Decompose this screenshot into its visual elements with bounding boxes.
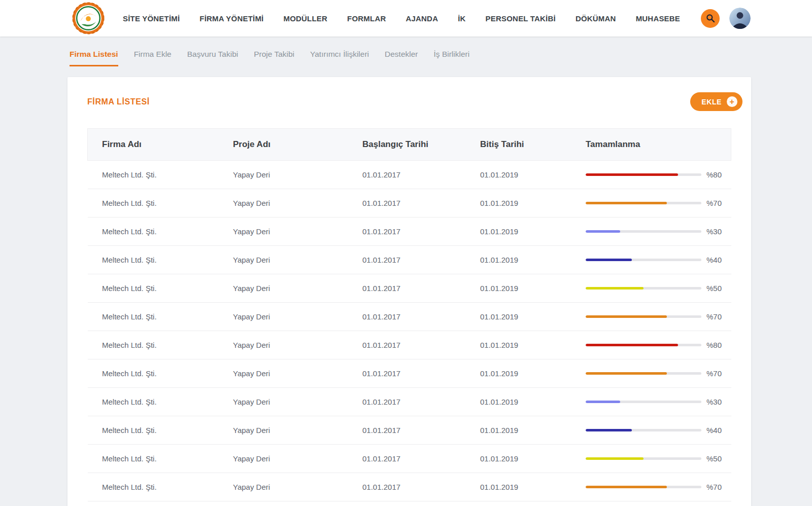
tab-item[interactable]: Yatırımcı İlişkileri xyxy=(310,50,369,66)
column-header: Firma Adı xyxy=(88,139,233,150)
nav-item[interactable]: FORMLAR xyxy=(347,14,386,23)
progress-track xyxy=(586,202,701,204)
progress-fill xyxy=(586,287,644,290)
nav-item[interactable]: İK xyxy=(458,14,465,23)
main-nav: SİTE YÖNETİMİFİRMA YÖNETİMİMODÜLLERFORML… xyxy=(123,14,680,23)
table-row[interactable]: Meltech Ltd. Şti. Yapay Deri 01.01.2017 … xyxy=(88,416,731,445)
progress-cell: %40 xyxy=(586,256,734,264)
baslangic-cell: 01.01.2017 xyxy=(362,341,480,349)
table-row[interactable]: Meltech Ltd. Şti. Yapay Deri 01.01.2017 … xyxy=(88,359,731,388)
table-row[interactable]: Meltech Ltd. Şti. Yapay Deri 01.01.2017 … xyxy=(88,189,731,218)
table-row[interactable]: Meltech Ltd. Şti. Yapay Deri 01.01.2017 … xyxy=(88,445,731,473)
progress-label: %70 xyxy=(701,199,722,207)
card-header: FİRMA LİSTESİ EKLE + xyxy=(67,77,751,128)
progress-cell: %70 xyxy=(586,199,734,207)
tab-item[interactable]: Destekler xyxy=(385,50,418,66)
add-button[interactable]: EKLE + xyxy=(690,92,742,111)
tab-item[interactable]: Başvuru Takibi xyxy=(187,50,239,66)
bitis-cell: 01.01.2019 xyxy=(480,284,586,293)
progress-track xyxy=(586,401,701,403)
table-row[interactable]: Meltech Ltd. Şti. Yapay Deri 01.01.2017 … xyxy=(88,473,731,501)
tab-item[interactable]: Firma Ekle xyxy=(134,50,172,66)
progress-track xyxy=(586,259,701,261)
baslangic-cell: 01.01.2017 xyxy=(362,284,480,293)
company-logo[interactable] xyxy=(71,1,106,35)
progress-fill xyxy=(586,372,667,375)
progress-track xyxy=(586,287,701,290)
progress-fill xyxy=(586,344,678,346)
progress-fill xyxy=(586,315,667,318)
progress-label: %50 xyxy=(701,284,722,293)
column-header: Bitiş Tarihi xyxy=(480,139,586,150)
progress-track xyxy=(586,457,701,460)
table-row[interactable]: Meltech Ltd. Şti. Yapay Deri 01.01.2017 … xyxy=(88,303,731,331)
progress-cell: %50 xyxy=(586,284,734,293)
nav-item[interactable]: PERSONEL TAKİBİ xyxy=(486,14,556,23)
progress-cell: %30 xyxy=(586,397,734,406)
firma-table: Firma AdıProje AdıBaşlangıç TarihiBitiş … xyxy=(87,128,731,501)
progress-cell: %40 xyxy=(586,426,734,435)
progress-label: %40 xyxy=(701,256,722,264)
progress-fill xyxy=(586,457,644,460)
progress-label: %70 xyxy=(701,369,722,378)
nav-item[interactable]: SİTE YÖNETİMİ xyxy=(123,14,180,23)
table-body: Meltech Ltd. Şti. Yapay Deri 01.01.2017 … xyxy=(87,161,731,501)
column-header: Başlangıç Tarihi xyxy=(362,139,480,150)
table-row[interactable]: Meltech Ltd. Şti. Yapay Deri 01.01.2017 … xyxy=(88,388,731,416)
table-row[interactable]: Meltech Ltd. Şti. Yapay Deri 01.01.2017 … xyxy=(88,331,731,359)
progress-label: %80 xyxy=(701,170,722,179)
table-row[interactable]: Meltech Ltd. Şti. Yapay Deri 01.01.2017 … xyxy=(88,161,731,189)
nav-item[interactable]: DÖKÜMAN xyxy=(576,14,616,23)
progress-fill xyxy=(586,259,632,261)
bitis-cell: 01.01.2019 xyxy=(480,227,586,236)
proje-cell: Yapay Deri xyxy=(233,312,362,321)
nav-item[interactable]: MUHASEBE xyxy=(636,14,680,23)
progress-cell: %70 xyxy=(586,312,734,321)
firma-cell: Meltech Ltd. Şti. xyxy=(88,284,233,293)
table-row[interactable]: Meltech Ltd. Şti. Yapay Deri 01.01.2017 … xyxy=(88,274,731,303)
table-row[interactable]: Meltech Ltd. Şti. Yapay Deri 01.01.2017 … xyxy=(88,246,731,274)
progress-track xyxy=(586,315,701,318)
proje-cell: Yapay Deri xyxy=(233,199,362,207)
nav-item[interactable]: MODÜLLER xyxy=(283,14,327,23)
progress-cell: %70 xyxy=(586,369,734,378)
firma-cell: Meltech Ltd. Şti. xyxy=(88,369,233,378)
progress-fill xyxy=(586,230,620,233)
nav-item[interactable]: AJANDA xyxy=(405,14,438,23)
progress-label: %40 xyxy=(701,426,722,435)
column-header: Proje Adı xyxy=(233,139,362,150)
bitis-cell: 01.01.2019 xyxy=(480,256,586,264)
progress-cell: %70 xyxy=(586,483,734,491)
nav-item[interactable]: FİRMA YÖNETİMİ xyxy=(199,14,263,23)
search-button[interactable] xyxy=(701,9,720,28)
tab-item[interactable]: Firma Listesi xyxy=(70,50,118,66)
column-header: Tamamlanma xyxy=(586,139,731,150)
baslangic-cell: 01.01.2017 xyxy=(362,454,480,463)
tab-item[interactable]: İş Birlikleri xyxy=(434,50,470,66)
bitis-cell: 01.01.2019 xyxy=(480,369,586,378)
progress-fill xyxy=(586,401,620,403)
page-title: FİRMA LİSTESİ xyxy=(87,97,150,106)
proje-cell: Yapay Deri xyxy=(233,341,362,349)
progress-cell: %80 xyxy=(586,170,734,179)
progress-label: %30 xyxy=(701,227,722,236)
progress-track xyxy=(586,429,701,431)
topbar-right xyxy=(701,8,751,29)
proje-cell: Yapay Deri xyxy=(233,369,362,378)
firma-cell: Meltech Ltd. Şti. xyxy=(88,256,233,264)
proje-cell: Yapay Deri xyxy=(233,227,362,236)
tab-item[interactable]: Proje Takibi xyxy=(254,50,294,66)
user-avatar[interactable] xyxy=(729,8,751,29)
bitis-cell: 01.01.2019 xyxy=(480,170,586,179)
progress-fill xyxy=(586,202,667,204)
bitis-cell: 01.01.2019 xyxy=(480,312,586,321)
table-header: Firma AdıProje AdıBaşlangıç TarihiBitiş … xyxy=(87,128,731,161)
top-bar: SİTE YÖNETİMİFİRMA YÖNETİMİMODÜLLERFORML… xyxy=(0,0,812,37)
table-row[interactable]: Meltech Ltd. Şti. Yapay Deri 01.01.2017 … xyxy=(88,218,731,246)
proje-cell: Yapay Deri xyxy=(233,426,362,435)
firma-cell: Meltech Ltd. Şti. xyxy=(88,454,233,463)
firma-cell: Meltech Ltd. Şti. xyxy=(88,199,233,207)
progress-cell: %80 xyxy=(586,341,734,349)
progress-label: %50 xyxy=(701,454,722,463)
progress-track xyxy=(586,344,701,346)
